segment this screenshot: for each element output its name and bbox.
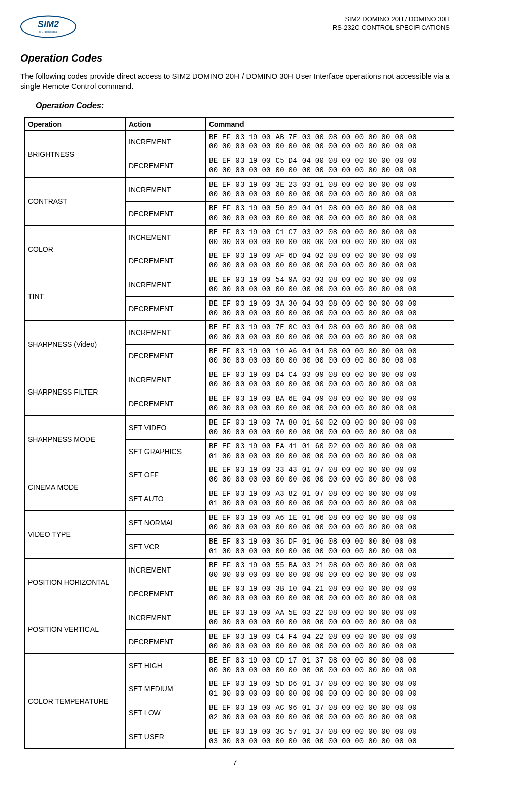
action-cell: SET LOW	[126, 701, 206, 725]
table-row: COLORINCREMENTBE EF 03 19 00 C1 C7 03 02…	[25, 225, 454, 249]
action-cell: INCREMENT	[126, 558, 206, 582]
command-cell: BE EF 03 19 00 3B 10 04 21 08 00 00 00 0…	[206, 582, 454, 606]
table-row: BRIGHTNESSINCREMENTBE EF 03 19 00 AB 7E …	[25, 130, 454, 154]
action-cell: DECREMENT	[126, 392, 206, 416]
command-cell: BE EF 03 19 00 54 9A 03 03 08 00 00 00 0…	[206, 273, 454, 297]
command-cell: BE EF 03 19 00 A6 1E 01 06 08 00 00 00 0…	[206, 511, 454, 535]
operation-cell: CONTRAST	[25, 178, 126, 226]
action-cell: SET AUTO	[126, 487, 206, 511]
table-row: POSITION VERTICALINCREMENTBE EF 03 19 00…	[25, 606, 454, 630]
command-cell: BE EF 03 19 00 D4 C4 03 09 08 00 00 00 0…	[206, 368, 454, 392]
command-cell: BE EF 03 19 00 C5 D4 04 00 08 00 00 00 0…	[206, 154, 454, 178]
sim2-logo-icon: SIM2 Multimedia	[20, 15, 76, 40]
th-operation: Operation	[25, 117, 126, 130]
action-cell: INCREMENT	[126, 320, 206, 344]
header-line-2: RS-232C CONTROL SPECIFICATIONS	[333, 24, 450, 33]
command-cell: BE EF 03 19 00 55 BA 03 21 08 00 00 00 0…	[206, 558, 454, 582]
command-cell: BE EF 03 19 00 5D D6 01 37 08 00 00 00 0…	[206, 677, 454, 701]
command-cell: BE EF 03 19 00 C1 C7 03 02 08 00 00 00 0…	[206, 225, 454, 249]
action-cell: DECREMENT	[126, 296, 206, 320]
table-row: SHARPNESS FILTERINCREMENTBE EF 03 19 00 …	[25, 368, 454, 392]
command-cell: BE EF 03 19 00 C4 F4 04 22 08 00 00 00 0…	[206, 629, 454, 653]
command-cell: BE EF 03 19 00 33 43 01 07 08 00 00 00 0…	[206, 463, 454, 487]
operation-cell: POSITION VERTICAL	[25, 606, 126, 654]
action-cell: SET MEDIUM	[126, 677, 206, 701]
table-row: CONTRASTINCREMENTBE EF 03 19 00 3E 23 03…	[25, 178, 454, 202]
page-header: SIM2 Multimedia SIM2 DOMINO 20H / DOMINO…	[20, 15, 450, 42]
action-cell: SET HIGH	[126, 653, 206, 677]
operation-cell: CINEMA MODE	[25, 463, 126, 511]
command-cell: BE EF 03 19 00 3C 57 01 37 08 00 00 00 0…	[206, 725, 454, 749]
action-cell: SET VIDEO	[126, 415, 206, 439]
header-line-1: SIM2 DOMINO 20H / DOMINO 30H	[333, 15, 450, 24]
action-cell: DECREMENT	[126, 154, 206, 178]
operation-cell: VIDEO TYPE	[25, 511, 126, 559]
table-row: TINTINCREMENTBE EF 03 19 00 54 9A 03 03 …	[25, 273, 454, 297]
table-row: CINEMA MODESET OFFBE EF 03 19 00 33 43 0…	[25, 463, 454, 487]
action-cell: DECREMENT	[126, 201, 206, 225]
action-cell: DECREMENT	[126, 249, 206, 273]
th-action: Action	[126, 117, 206, 130]
command-cell: BE EF 03 19 00 BA 6E 04 09 08 00 00 00 0…	[206, 392, 454, 416]
command-cell: BE EF 03 19 00 3E 23 03 01 08 00 00 00 0…	[206, 178, 454, 202]
action-cell: SET USER	[126, 725, 206, 749]
action-cell: DECREMENT	[126, 582, 206, 606]
action-cell: SET OFF	[126, 463, 206, 487]
command-cell: BE EF 03 19 00 AC 96 01 37 08 00 00 00 0…	[206, 701, 454, 725]
intro-text: The following codes provide direct acces…	[20, 71, 450, 92]
command-cell: BE EF 03 19 00 10 A6 04 04 08 00 00 00 0…	[206, 344, 454, 368]
svg-text:SIM2: SIM2	[38, 19, 59, 29]
operation-cell: TINT	[25, 273, 126, 321]
page-number: 7	[20, 758, 450, 766]
action-cell: INCREMENT	[126, 225, 206, 249]
svg-text:Multimedia: Multimedia	[39, 30, 58, 33]
action-cell: SET GRAPHICS	[126, 439, 206, 463]
action-cell: DECREMENT	[126, 629, 206, 653]
action-cell: INCREMENT	[126, 130, 206, 154]
command-cell: BE EF 03 19 00 A3 82 01 07 08 00 00 00 0…	[206, 487, 454, 511]
command-cell: BE EF 03 19 00 36 DF 01 06 08 00 00 00 0…	[206, 534, 454, 558]
action-cell: SET VCR	[126, 534, 206, 558]
command-cell: BE EF 03 19 00 7E 0C 03 04 08 00 00 00 0…	[206, 320, 454, 344]
action-cell: INCREMENT	[126, 606, 206, 630]
th-command: Command	[206, 117, 454, 130]
table-row: SHARPNESS MODESET VIDEOBE EF 03 19 00 7A…	[25, 415, 454, 439]
operation-cell: POSITION HORIZONTAL	[25, 558, 126, 606]
table-row: POSITION HORIZONTALINCREMENTBE EF 03 19 …	[25, 558, 454, 582]
command-cell: BE EF 03 19 00 AA 5E 03 22 08 00 00 00 0…	[206, 606, 454, 630]
command-cell: BE EF 03 19 00 EA 41 01 60 02 00 00 00 0…	[206, 439, 454, 463]
operation-cell: COLOR TEMPERATURE	[25, 653, 126, 748]
table-row: COLOR TEMPERATURESET HIGHBE EF 03 19 00 …	[25, 653, 454, 677]
action-cell: SET NORMAL	[126, 511, 206, 535]
header-doc-title: SIM2 DOMINO 20H / DOMINO 30H RS-232C CON…	[333, 15, 450, 33]
table-header-row: Operation Action Command	[25, 117, 454, 130]
operation-cell: BRIGHTNESS	[25, 130, 126, 178]
command-cell: BE EF 03 19 00 7A 80 01 60 02 00 00 00 0…	[206, 415, 454, 439]
command-cell: BE EF 03 19 00 3A 30 04 03 08 00 00 00 0…	[206, 296, 454, 320]
table-row: SHARPNESS (Video)INCREMENTBE EF 03 19 00…	[25, 320, 454, 344]
operation-cell: SHARPNESS (Video)	[25, 320, 126, 368]
table-row: VIDEO TYPESET NORMALBE EF 03 19 00 A6 1E…	[25, 511, 454, 535]
command-cell: BE EF 03 19 00 50 89 04 01 08 00 00 00 0…	[206, 201, 454, 225]
command-cell: BE EF 03 19 00 AB 7E 03 00 08 00 00 00 0…	[206, 130, 454, 154]
subheading: Operation Codes:	[36, 101, 450, 110]
action-cell: INCREMENT	[126, 178, 206, 202]
operation-cell: SHARPNESS MODE	[25, 415, 126, 463]
action-cell: DECREMENT	[126, 344, 206, 368]
operation-codes-table: Operation Action Command BRIGHTNESSINCRE…	[24, 117, 454, 749]
operation-cell: SHARPNESS FILTER	[25, 368, 126, 416]
command-cell: BE EF 03 19 00 CD 17 01 37 08 00 00 00 0…	[206, 653, 454, 677]
action-cell: INCREMENT	[126, 273, 206, 297]
action-cell: INCREMENT	[126, 368, 206, 392]
section-title: Operation Codes	[20, 52, 450, 64]
command-cell: BE EF 03 19 00 AF 6D 04 02 08 00 00 00 0…	[206, 249, 454, 273]
operation-cell: COLOR	[25, 225, 126, 273]
